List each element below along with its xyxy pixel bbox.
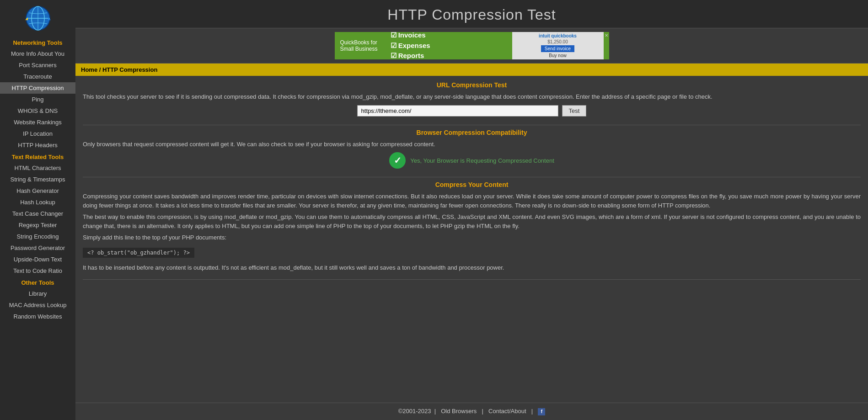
compress-para1: Compressing your content saves bandwidth… xyxy=(83,192,861,210)
ad-brand: intuit quickbooks xyxy=(539,33,577,38)
sidebar-item-password-gen[interactable]: Password Generator xyxy=(0,242,75,254)
page-header: HTTP Compression Test xyxy=(75,0,868,28)
content-area: URL Compression Test This tool checks yo… xyxy=(75,76,868,403)
sidebar-item-text-case[interactable]: Text Case Changer xyxy=(0,208,75,219)
ad-amount: $1,250.00 xyxy=(547,39,568,44)
browser-compat-desc: Only browsers that request compressed co… xyxy=(83,140,861,149)
sidebar-item-whois[interactable]: WHOIS & DNS xyxy=(0,105,75,117)
sidebar-item-ip-location[interactable]: IP Location xyxy=(0,128,75,139)
sidebar-item-html-chars[interactable]: HTML Characters xyxy=(0,162,75,174)
url-compression-title: URL Compression Test xyxy=(83,81,861,89)
sidebar-item-hash-lookup[interactable]: Hash Lookup xyxy=(0,197,75,208)
compress-para3: Simply add this line to the top of your … xyxy=(83,233,861,242)
compat-status: Yes, Your Browser is Requesting Compress… xyxy=(410,157,554,164)
text-tools-label: Text Related Tools xyxy=(0,151,75,162)
sidebar-item-hash-generator[interactable]: Hash Generator xyxy=(0,185,75,197)
sidebar-item-regexp[interactable]: Regexp Tester xyxy=(0,219,75,231)
ad-text-left: QuickBooks forSmall Business xyxy=(340,39,386,52)
sidebar-item-library[interactable]: Library xyxy=(0,288,75,299)
advertisement: QuickBooks forSmall Business ☑ Invoices☑… xyxy=(335,32,609,59)
url-compression-desc: This tool checks your server to see if i… xyxy=(83,92,861,101)
sidebar-item-port-scanners[interactable]: Port Scanners xyxy=(0,59,75,71)
main-content: HTTP Compression Test QuickBooks forSmal… xyxy=(75,0,868,420)
ad-bar: QuickBooks forSmall Business ☑ Invoices☑… xyxy=(75,28,868,64)
sidebar-item-traceroute[interactable]: Traceroute xyxy=(0,71,75,82)
other-tools-label: Other Tools xyxy=(0,276,75,288)
footer-link-old-browsers[interactable]: Old Browsers xyxy=(441,408,477,415)
ad-buynow[interactable]: Buy now xyxy=(549,53,566,58)
sidebar-item-ping[interactable]: Ping xyxy=(0,94,75,105)
sidebar-item-mac-lookup[interactable]: MAC Address Lookup xyxy=(0,299,75,311)
sidebar-item-http-compression[interactable]: HTTP Compression xyxy=(0,82,75,94)
sidebar-item-text-code-ratio[interactable]: Text to Code Ratio xyxy=(0,265,75,276)
page-footer: ©2001-2023 | Old Browsers | Contact/Abou… xyxy=(75,403,868,420)
ad-cta[interactable]: Send invoice xyxy=(541,45,574,52)
compress-content-section: Compress Your Content Compressing your c… xyxy=(83,181,861,280)
ad-close-button[interactable]: ✕ xyxy=(605,33,608,38)
sidebar-item-http-headers[interactable]: HTTP Headers xyxy=(0,139,75,151)
sidebar-item-string-encoding[interactable]: String Encoding xyxy=(0,231,75,242)
url-compression-section: URL Compression Test This tool checks yo… xyxy=(83,81,861,125)
logo xyxy=(24,0,52,37)
sidebar-item-upside-down[interactable]: Upside-Down Text xyxy=(0,254,75,265)
url-input-row: Test xyxy=(83,105,861,117)
facebook-icon[interactable]: f xyxy=(538,408,545,415)
test-button[interactable]: Test xyxy=(562,105,587,117)
compress-para2: The best way to enable this compression,… xyxy=(83,213,861,230)
sidebar-item-string-timestamps[interactable]: String & Timestamps xyxy=(0,174,75,185)
footer-link-contact[interactable]: Contact/About xyxy=(488,408,526,415)
compress-title: Compress Your Content xyxy=(83,181,861,188)
compress-para4: It has to be inserted before any content… xyxy=(83,263,861,272)
sidebar-item-more-info[interactable]: More Info About You xyxy=(0,48,75,59)
code-snippet: <? ob_start("ob_gzhandler"); ?> xyxy=(83,248,194,258)
page-title: HTTP Compression Test xyxy=(75,6,868,23)
url-input[interactable] xyxy=(357,105,558,117)
sidebar: Networking Tools More Info About You Por… xyxy=(0,0,75,420)
sidebar-item-random-websites[interactable]: Random Websites xyxy=(0,311,75,322)
browser-compat-title: Browser Compression Compatibility xyxy=(83,129,861,136)
sidebar-item-website-rankings[interactable]: Website Rankings xyxy=(0,117,75,128)
ad-features: ☑ Invoices☑ Expenses☑ Reports xyxy=(391,30,430,61)
ad-right-panel: intuit quickbooks $1,250.00 Send invoice… xyxy=(512,32,604,59)
footer-copyright: ©2001-2023 xyxy=(398,408,431,415)
browser-compat-section: Browser Compression Compatibility Only b… xyxy=(83,129,861,178)
check-circle-icon: ✓ xyxy=(389,152,406,169)
breadcrumb: Home / HTTP Compression xyxy=(75,64,868,76)
compat-check-row: ✓ Yes, Your Browser is Requesting Compre… xyxy=(83,152,861,169)
networking-label: Networking Tools xyxy=(0,37,75,48)
